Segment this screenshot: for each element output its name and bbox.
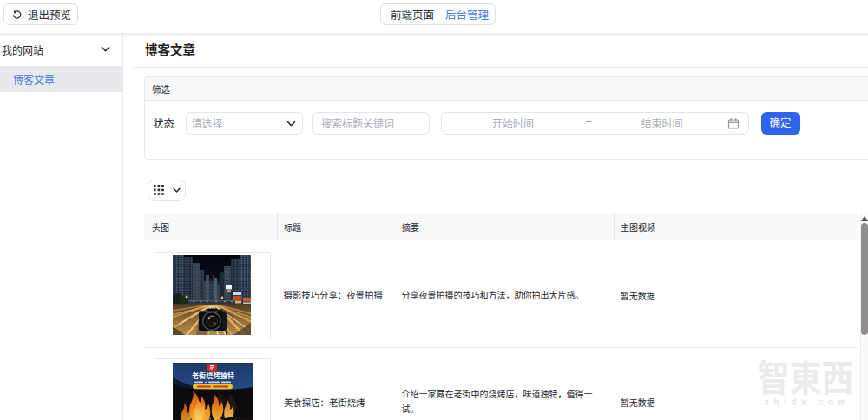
- svg-text:老街烧烤独特: 老街烧烤独特: [192, 371, 234, 380]
